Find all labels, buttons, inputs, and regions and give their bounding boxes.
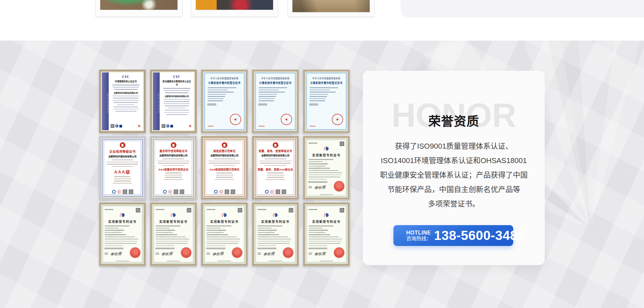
qr-code-icon (136, 208, 140, 212)
commissioner-signature: 申长雨 (314, 184, 325, 190)
accreditation-badge-icon (119, 125, 122, 127)
certificate-grade: 质量、服务、信誉AAA级企业 (258, 167, 293, 171)
page-number-mark (320, 261, 333, 261)
certificate-company: 合肥珂玛环保科技有限公司 (111, 91, 141, 94)
photo-card-excavation-site-green-net[interactable] (95, 0, 182, 17)
certificate-paper: CNIPA 实用新型专利证书 申长雨 (153, 205, 194, 263)
qr-code-icon (231, 190, 235, 194)
page: CERTIFICATE CIC 环境管理体系认证证书 合肥珂玛环保科技有限公司 … (0, 0, 644, 308)
certificate-title: 实用新型专利证书 (258, 219, 293, 224)
certificate-company: 合肥珂玛环保科技有限公司 (258, 154, 293, 157)
star-badge-icon: ★ (168, 190, 172, 194)
honor-description-line: 获得了ISO9001质量管理体系认证、 (360, 139, 548, 153)
excavation-site-green-net-photo (100, 0, 178, 10)
certificate-copyright[interactable]: 中华人民共和国国家版权局 计算机软件著作权登记证书 ★ (201, 69, 248, 133)
credit-emblem-icon (222, 142, 227, 148)
certificate-title: 诚信经营示范单位 (207, 149, 242, 153)
national-emblem-seal-icon (334, 248, 344, 258)
qr-code-icon (289, 208, 293, 212)
certificate-cic[interactable]: CERTIFICATE CIC 职业健康安全管理体系认证证书 合肥珂玛环保科技有… (150, 69, 197, 133)
certificate-title: 实用新型专利证书 (105, 219, 140, 224)
certificate-copyright[interactable]: 中华人民共和国国家版权局 计算机软件著作权登记证书 ★ (252, 69, 299, 133)
certificate-mat: CNIPA 实用新型专利证书 申长雨 (101, 204, 144, 264)
certificate-credit[interactable]: 重合同守信用等级证书 合肥珂玛环保科技有限公司 AAA级重合同守信用企业 ★ (150, 136, 197, 200)
blue-badge-icon (265, 190, 269, 194)
certificate-paper: CNIPA 实用新型专利证书 申长雨 (306, 139, 347, 197)
certificate-paper: CERTIFICATE CIC 职业健康安全管理体系认证证书 合肥珂玛环保科技有… (153, 72, 194, 130)
certificate-patent[interactable]: CNIPA 实用新型专利证书 申长雨 (150, 202, 197, 266)
signature-label (309, 186, 312, 189)
certificate-copyright[interactable]: 中华人民共和国国家版权局 计算机软件著作权登记证书 ★ (303, 69, 350, 133)
certificate-authority: 中华人民共和国国家版权局 (208, 76, 241, 80)
page-number-mark (167, 261, 180, 261)
photo-card-yellow-crane-truck[interactable] (191, 0, 278, 17)
barcode-icon (258, 248, 276, 249)
certificate-title: 计算机软件著作权登记证书 (208, 81, 241, 85)
certificate-credit[interactable]: 诚信经营示范单位 合肥珂玛环保科技有限公司 AAA级诚信经营示范单位 ★ (201, 136, 248, 200)
certificate-mat: 中华人民共和国国家版权局 计算机软件著作权登记证书 ★ (203, 71, 246, 131)
certificate-patent[interactable]: CNIPA 实用新型专利证书 申长雨 (303, 136, 350, 200)
certificate-credit[interactable]: 质量、服务、信誉等级证书 合肥珂玛环保科技有限公司 质量、服务、信誉AAA级企业… (252, 136, 299, 200)
cic-round-badge-icon (166, 124, 169, 127)
certificate-paper: CNIPA 实用新型专利证书 申长雨 (102, 205, 143, 263)
national-emblem-seal-icon (130, 248, 140, 258)
qr-code-icon (174, 190, 178, 194)
certificate-title: 实用新型专利证书 (156, 219, 191, 224)
certificate-number-mark (207, 209, 215, 210)
qr-code-icon (111, 124, 114, 128)
national-emblem-seal-icon (181, 248, 191, 258)
cnipa-logo-icon (105, 213, 140, 219)
qr-code-icon (180, 190, 184, 194)
qr-code-icon (225, 190, 229, 194)
certificate-cic[interactable]: CERTIFICATE CIC 环境管理体系认证证书 合肥珂玛环保科技有限公司 … (99, 69, 146, 133)
certificate-title: 环境管理体系认证证书 (111, 80, 141, 83)
blue-badge-icon (112, 190, 116, 194)
certificate-number-mark (309, 209, 317, 210)
star-badge-icon: ★ (270, 190, 274, 194)
certificate-mat: CNIPA 实用新型专利证书 申长雨 (305, 204, 348, 264)
qr-code-icon (340, 208, 344, 212)
photo-card-foundation-pit-trench[interactable] (287, 0, 375, 17)
certificate-paper: CNIPA 实用新型专利证书 申长雨 (306, 205, 347, 263)
certificate-patent[interactable]: CNIPA 实用新型专利证书 申长雨 (303, 202, 350, 266)
certificate-mat: CNIPA 实用新型专利证书 申长雨 (152, 204, 195, 264)
qr-code-icon (238, 208, 242, 212)
page-number-mark (269, 261, 282, 261)
certificate-mat: CERTIFICATE CIC 环境管理体系认证证书 合肥珂玛环保科技有限公司 … (101, 71, 144, 131)
certificate-side-band: CERTIFICATE (102, 72, 109, 130)
star-badge-icon: ★ (117, 190, 121, 194)
certificate-paper: 诚信经营示范单位 合肥珂玛环保科技有限公司 AAA级诚信经营示范单位 ★ (204, 139, 245, 197)
certificate-grade: AAA级 (105, 168, 140, 175)
hotline-button[interactable]: HOTLINE 咨询热线： 138-5600-3485 (393, 225, 513, 246)
certificate-mat: CERTIFICATE CIC 职业健康安全管理体系认证证书 合肥珂玛环保科技有… (152, 71, 195, 131)
certificate-credit[interactable]: 企业信用等级证书 合肥珂玛环保科技有限公司 AAA级 ★ (99, 136, 146, 200)
blue-badge-icon (214, 190, 218, 194)
honor-description-line: 职业健康安全管理体系认证；产品获得了中国 (360, 168, 548, 182)
certificate-grade: AAA级诚信经营示范单位 (207, 167, 242, 171)
qr-code-icon (340, 142, 344, 146)
previous-section-panel (400, 0, 644, 17)
cnipa-logo-icon (207, 213, 242, 219)
certificate-side-band: CERTIFICATE (153, 72, 160, 130)
honor-description-line: ISO14001环境管理体系认证和OHSAS18001 (360, 153, 548, 168)
commissioner-signature: 申长雨 (161, 251, 172, 257)
credit-emblem-icon (120, 142, 125, 148)
credit-emblem-icon (273, 142, 278, 148)
page-number-mark (218, 261, 231, 261)
certificate-company: 合肥珂玛环保科技有限公司 (105, 155, 140, 158)
cic-logo: CIC (111, 75, 141, 79)
certificate-company: 合肥珂玛环保科技有限公司 (207, 154, 242, 157)
certificate-mat: 诚信经营示范单位 合肥珂玛环保科技有限公司 AAA级诚信经营示范单位 ★ (203, 138, 246, 198)
certificate-patent[interactable]: CNIPA 实用新型专利证书 申长雨 (252, 202, 299, 266)
cnipa-logo-icon (309, 213, 344, 219)
certificate-patent[interactable]: CNIPA 实用新型专利证书 申长雨 (201, 202, 248, 266)
copyright-seal-icon: ★ (331, 113, 344, 126)
certificate-number-mark (156, 209, 164, 210)
credit-emblem-icon (171, 142, 176, 148)
commissioner-signature: 申长雨 (110, 251, 121, 257)
barcode-icon (309, 248, 327, 249)
hotline-phone-number: 138-5600-3485 (434, 228, 525, 243)
certificate-patent[interactable]: CNIPA 实用新型专利证书 申长雨 (99, 202, 146, 266)
certificate-paper: 重合同守信用等级证书 合肥珂玛环保科技有限公司 AAA级重合同守信用企业 ★ (153, 139, 194, 197)
blue-badge-icon (163, 190, 167, 194)
